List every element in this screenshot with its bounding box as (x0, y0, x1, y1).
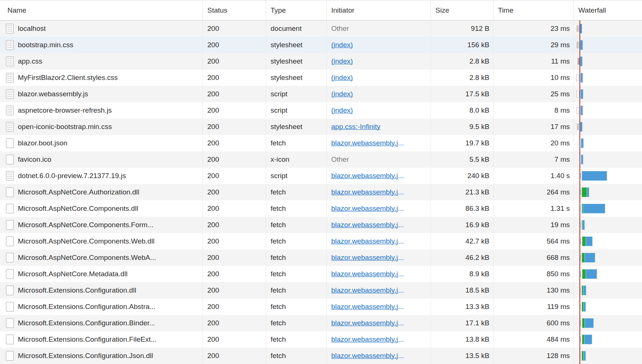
table-row[interactable]: favicon.ico 200 x-icon Other 5.5 kB 7 ms (0, 151, 642, 168)
initiator-cell: blazor.webassembly.j... (327, 184, 431, 200)
column-header-waterfall[interactable]: Waterfall (574, 0, 642, 20)
request-name: Microsoft.Extensions.Configuration.Json.… (18, 352, 153, 360)
initiator-link[interactable]: blazor.webassembly.j (331, 237, 398, 245)
table-row[interactable]: Microsoft.Extensions.Configuration.Abstr… (0, 299, 642, 315)
name-cell: dotnet.6.0.0-preview.7.21377.19.js (0, 168, 203, 184)
table-row[interactable]: Microsoft.AspNetCore.Components.Form... … (0, 217, 642, 233)
status-cell: 200 (203, 266, 266, 282)
initiator-link[interactable]: (index) (331, 74, 353, 82)
initiator-ellipsis: ... (398, 352, 404, 360)
table-row[interactable]: bootstrap.min.css 200 stylesheet (index)… (0, 37, 642, 53)
request-name: Microsoft.AspNetCore.Components.WebA... (18, 254, 156, 262)
column-header-name[interactable]: Name (0, 0, 203, 20)
status-cell: 200 (203, 102, 266, 119)
table-row[interactable]: Microsoft.AspNetCore.Metadata.dll 200 fe… (0, 266, 642, 282)
initiator-link[interactable]: (index) (331, 41, 353, 49)
initiator-cell: blazor.webassembly.j... (327, 315, 431, 331)
table-row[interactable]: aspnetcore-browser-refresh.js 200 script… (0, 102, 642, 119)
table-row[interactable]: Microsoft.AspNetCore.Authorization.dll 2… (0, 184, 642, 200)
status-cell: 200 (203, 119, 266, 135)
column-header-initiator[interactable]: Initiator (327, 0, 431, 20)
initiator-ellipsis: ... (398, 139, 404, 147)
initiator-link[interactable]: blazor.webassembly.j (331, 254, 398, 262)
initiator-cell: blazor.webassembly.j... (327, 282, 431, 299)
initiator-ellipsis: ... (398, 172, 404, 180)
waterfall-bar-blue (587, 187, 589, 197)
name-cell: Microsoft.Extensions.Configuration.Json.… (0, 348, 203, 364)
table-row[interactable]: Microsoft.AspNetCore.Components.Web.dll … (0, 233, 642, 249)
table-row[interactable]: Microsoft.Extensions.Configuration.Binde… (0, 315, 642, 331)
table-row[interactable]: blazor.boot.json 200 fetch blazor.webass… (0, 135, 642, 151)
waterfall-cell (574, 86, 642, 102)
initiator-link[interactable]: blazor.webassembly.j (331, 335, 398, 344)
waterfall-bar-blue (581, 73, 583, 83)
type-cell: fetch (266, 348, 327, 364)
table-row[interactable]: Microsoft.AspNetCore.Components.WebA... … (0, 249, 642, 266)
initiator-ellipsis: ... (398, 286, 404, 294)
initiator-link[interactable]: blazor.webassembly.j (331, 303, 398, 311)
initiator-ellipsis: ... (398, 254, 404, 262)
initiator-link[interactable]: blazor.webassembly.j (331, 352, 398, 360)
table-row[interactable]: open-iconic-bootstrap.min.css 200 styles… (0, 119, 642, 135)
type-cell: fetch (266, 266, 327, 282)
initiator-link[interactable]: blazor.webassembly.j (331, 286, 398, 294)
name-cell: Microsoft.Extensions.Configuration.Binde… (0, 315, 203, 331)
size-cell: 13.8 kB (431, 331, 494, 348)
table-row[interactable]: app.css 200 stylesheet (index) 2.8 kB 11… (0, 53, 642, 70)
request-name: blazor.boot.json (18, 139, 67, 147)
initiator-text: Other (331, 155, 349, 164)
initiator-link[interactable]: blazor.webassembly.j (331, 221, 398, 229)
waterfall-cell (574, 200, 642, 217)
document-blank-icon (6, 335, 14, 344)
type-cell: fetch (266, 282, 327, 299)
initiator-link[interactable]: blazor.webassembly.j (331, 188, 398, 196)
name-cell: Microsoft.Extensions.Configuration.FileE… (0, 331, 203, 348)
initiator-cell: Other (327, 151, 431, 168)
table-row[interactable]: dotnet.6.0.0-preview.7.21377.19.js 200 s… (0, 168, 642, 184)
time-cell: 564 ms (494, 233, 574, 249)
initiator-link[interactable]: (index) (331, 57, 353, 65)
request-name: Microsoft.AspNetCore.Components.Form... (18, 221, 153, 229)
initiator-link[interactable]: app.css:-Infinity (331, 123, 380, 131)
column-header-status[interactable]: Status (203, 0, 266, 20)
status-cell: 200 (203, 184, 266, 200)
type-cell: document (266, 20, 327, 37)
waterfall-bar-green (582, 318, 585, 328)
initiator-link[interactable]: blazor.webassembly.j (331, 204, 398, 213)
table-row[interactable]: MyFirstBlazor2.Client.styles.css 200 sty… (0, 70, 642, 86)
initiator-ellipsis: ... (398, 188, 404, 196)
table-row[interactable]: localhost 200 document Other 912 B 23 ms (0, 20, 642, 37)
request-name: dotnet.6.0.0-preview.7.21377.19.js (18, 172, 126, 180)
waterfall-bar-green (582, 269, 586, 279)
initiator-link[interactable]: (index) (331, 90, 353, 98)
table-row[interactable]: blazor.webassembly.js 200 script (index)… (0, 86, 642, 102)
initiator-link[interactable]: blazor.webassembly.j (331, 172, 398, 180)
initiator-link[interactable]: blazor.webassembly.j (331, 270, 398, 278)
time-cell: 1.31 s (494, 200, 574, 217)
size-cell: 13.3 kB (431, 299, 494, 315)
waterfall-cell (574, 266, 642, 282)
initiator-cell: (index) (327, 70, 431, 86)
waterfall-bar-blue (582, 171, 607, 181)
table-row[interactable]: Microsoft.Extensions.Configuration.FileE… (0, 331, 642, 348)
column-header-time[interactable]: Time (494, 0, 574, 20)
column-header-type[interactable]: Type (266, 0, 327, 20)
waterfall-cell (574, 151, 642, 168)
request-name: app.css (18, 57, 42, 65)
time-cell: 25 ms (494, 86, 574, 102)
table-row[interactable]: Microsoft.Extensions.Configuration.Json.… (0, 348, 642, 364)
initiator-link[interactable]: blazor.webassembly.j (331, 139, 398, 147)
initiator-link[interactable]: blazor.webassembly.j (331, 319, 398, 327)
waterfall-bar-blue (586, 269, 597, 279)
request-name: bootstrap.min.css (18, 41, 73, 49)
column-header-size[interactable]: Size (431, 0, 494, 20)
initiator-ellipsis: ... (398, 237, 404, 245)
network-table-body: localhost 200 document Other 912 B 23 ms… (0, 20, 642, 364)
waterfall-cell (574, 70, 642, 86)
table-row[interactable]: Microsoft.AspNetCore.Components.dll 200 … (0, 200, 642, 217)
initiator-link[interactable]: (index) (331, 106, 353, 115)
initiator-cell: (index) (327, 37, 431, 53)
table-row[interactable]: Microsoft.Extensions.Configuration.dll 2… (0, 282, 642, 299)
name-cell: Microsoft.AspNetCore.Authorization.dll (0, 184, 203, 200)
request-name: Microsoft.Extensions.Configuration.Binde… (18, 319, 155, 327)
